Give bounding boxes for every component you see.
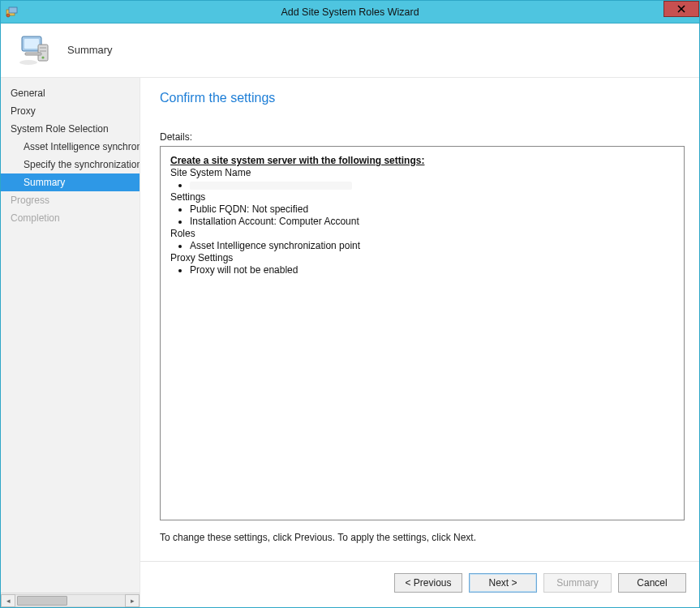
scroll-track[interactable]: [15, 594, 125, 607]
scroll-left-button[interactable]: ◂: [1, 594, 15, 607]
wizard-header: Summary: [1, 24, 699, 77]
sidebar-item-proxy[interactable]: Proxy: [1, 102, 140, 120]
next-button[interactable]: Next >: [469, 573, 537, 593]
content-area: Confirm the settings Details: Create a s…: [140, 78, 699, 561]
split-container: General Proxy System Role Selection Asse…: [1, 77, 699, 607]
sidebar-item-asset-intel-sync[interactable]: Asset Intelligence synchronization point: [1, 138, 140, 156]
details-item: Asset Intelligence synchronization point: [190, 240, 674, 252]
nav-list: General Proxy System Role Selection Asse…: [1, 78, 140, 593]
svg-point-12: [19, 60, 37, 65]
details-group-title: Site System Name: [170, 167, 674, 179]
client-area: Summary General Proxy System Role Select…: [1, 24, 699, 607]
details-group-list: Proxy will not be enabled: [190, 264, 674, 276]
details-group-list: Asset Intelligence synchronization point: [190, 240, 674, 252]
sidebar-item-general[interactable]: General: [1, 84, 140, 102]
details-item: Installation Account: Computer Account: [190, 216, 674, 228]
sidebar-item-completion: Completion: [1, 209, 140, 227]
instruction-text: To change these settings, click Previous…: [160, 520, 685, 553]
svg-rect-8: [40, 47, 46, 49]
section-title: Confirm the settings: [160, 91, 685, 105]
svg-rect-9: [40, 50, 46, 52]
window-title: Add Site System Roles Wizard: [1, 6, 699, 18]
svg-rect-6: [24, 39, 39, 49]
details-item: Public FQDN: Not specified: [190, 203, 674, 216]
svg-rect-11: [25, 53, 41, 55]
sidebar-item-summary[interactable]: Summary: [1, 173, 140, 191]
details-group-list: [190, 179, 674, 191]
cancel-button[interactable]: Cancel: [618, 573, 686, 593]
svg-point-10: [41, 56, 44, 58]
scroll-right-button[interactable]: ▸: [125, 594, 140, 607]
button-bar: < Previous Next > Summary Cancel: [140, 561, 699, 607]
redacted-value: [190, 182, 352, 190]
details-group-title: Roles: [170, 228, 674, 240]
svg-point-2: [6, 14, 10, 17]
details-label: Details:: [160, 131, 685, 143]
previous-button[interactable]: < Previous: [394, 573, 462, 593]
app-icon: [4, 4, 20, 20]
details-group-title: Settings: [170, 191, 674, 203]
wizard-window: Add Site System Roles Wizard: [0, 0, 700, 608]
details-heading: Create a site system server with the fol…: [170, 155, 674, 167]
details-item: Proxy will not be enabled: [190, 264, 674, 276]
details-group-title: Proxy Settings: [170, 252, 674, 264]
details-item: [190, 179, 674, 191]
main-panel: Confirm the settings Details: Create a s…: [140, 78, 699, 607]
svg-rect-1: [9, 7, 17, 13]
details-box[interactable]: Create a site system server with the fol…: [160, 146, 685, 520]
computer-icon: [19, 33, 53, 67]
details-group-list: Public FQDN: Not specified Installation …: [190, 203, 674, 228]
summary-button: Summary: [543, 573, 612, 593]
sidebar-item-specify-sync[interactable]: Specify the synchronization settings: [1, 156, 140, 173]
titlebar: Add Site System Roles Wizard: [1, 1, 699, 24]
sidebar: General Proxy System Role Selection Asse…: [1, 78, 140, 607]
page-title: Summary: [67, 44, 113, 56]
sidebar-item-role-selection[interactable]: System Role Selection: [1, 120, 140, 138]
sidebar-item-progress: Progress: [1, 191, 140, 209]
close-button[interactable]: [663, 1, 699, 17]
scroll-thumb[interactable]: [17, 596, 67, 606]
sidebar-hscrollbar[interactable]: ◂ ▸: [1, 593, 140, 607]
